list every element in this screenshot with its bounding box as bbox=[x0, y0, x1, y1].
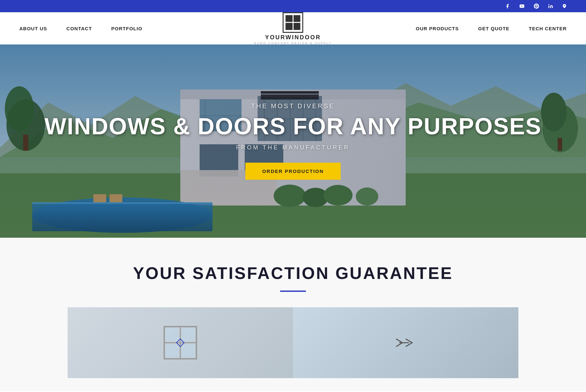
svg-rect-45 bbox=[165, 328, 179, 341]
satisfaction-title: YOUR SATISFACTION GUARANTEE bbox=[19, 263, 567, 283]
portfolio-nav[interactable]: PORTFOLIO bbox=[111, 26, 143, 31]
hero-content: THE MOST DIVERSE WINDOWS & DOORS FOR ANY… bbox=[44, 102, 542, 180]
logo-pane-br bbox=[294, 23, 301, 30]
logo-tagline: EURO COMFORT DESIGN & SUPPLY bbox=[254, 42, 332, 45]
contact-nav[interactable]: CONTACT bbox=[66, 26, 92, 31]
linkedin-icon bbox=[548, 4, 553, 9]
arrow-icon bbox=[396, 336, 415, 349]
linkedin-link[interactable] bbox=[548, 4, 553, 9]
satisfaction-section: YOUR SATISFACTION GUARANTEE bbox=[0, 238, 586, 391]
window-icon bbox=[161, 323, 200, 362]
logo-pane-tl bbox=[286, 15, 293, 22]
nav-left: ABOUT US CONTACT PORTFOLIO bbox=[19, 26, 142, 31]
order-production-button[interactable]: ORDER PRODUCTION bbox=[245, 163, 340, 180]
hero-section: THE MOST DIVERSE WINDOWS & DOORS FOR ANY… bbox=[0, 44, 586, 238]
nav-right: OUR PRODUCTS GET QUOTE TECH CENTER bbox=[416, 26, 567, 31]
pinterest-icon bbox=[534, 4, 539, 9]
youtube-link[interactable] bbox=[519, 4, 525, 9]
svg-rect-48 bbox=[182, 344, 195, 358]
location-icon bbox=[562, 3, 567, 9]
facebook-icon bbox=[505, 4, 510, 9]
pinterest-link[interactable] bbox=[534, 4, 539, 9]
our-products-nav[interactable]: OUR PRODUCTS bbox=[416, 26, 459, 31]
logo-pane-tr bbox=[294, 15, 301, 22]
tech-center-nav[interactable]: TECH CENTER bbox=[529, 26, 567, 31]
satisfaction-card-left bbox=[68, 307, 293, 378]
logo-icon bbox=[283, 12, 303, 33]
hero-tagline: FROM THE MANUFACTURER bbox=[44, 144, 542, 151]
about-us-nav[interactable]: ABOUT US bbox=[19, 26, 47, 31]
facebook-link[interactable] bbox=[505, 4, 510, 9]
svg-point-1 bbox=[564, 5, 565, 6]
satisfaction-divider bbox=[280, 291, 306, 292]
get-quote-nav[interactable]: GET QUOTE bbox=[478, 26, 509, 31]
logo-pane-bl bbox=[286, 23, 293, 30]
svg-rect-47 bbox=[165, 344, 179, 358]
hero-subtitle: THE MOST DIVERSE bbox=[44, 102, 542, 110]
navbar: ABOUT US CONTACT PORTFOLIO YOURWINDOOR E… bbox=[0, 12, 586, 44]
svg-rect-46 bbox=[182, 328, 195, 341]
satisfaction-card-row bbox=[19, 307, 567, 378]
satisfaction-card-right bbox=[293, 307, 518, 378]
youtube-icon bbox=[519, 4, 525, 9]
logo: YOURWINDOOR EURO COMFORT DESIGN & SUPPLY bbox=[254, 12, 332, 45]
svg-point-0 bbox=[548, 4, 549, 5]
logo-name: YOURWINDOOR bbox=[265, 34, 321, 41]
hero-title: WINDOWS & DOORS FOR ANY PURPOSES bbox=[44, 114, 542, 139]
social-bar bbox=[0, 0, 586, 12]
location-link[interactable] bbox=[562, 3, 567, 9]
